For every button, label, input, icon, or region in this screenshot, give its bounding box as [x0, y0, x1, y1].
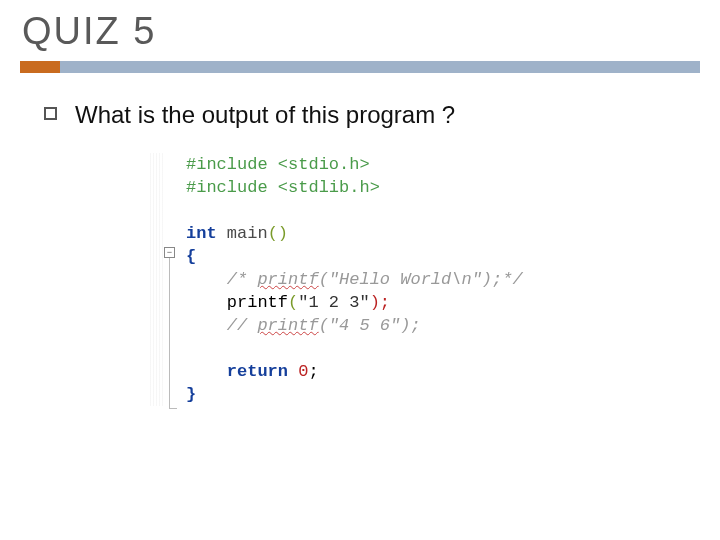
semicolon: ;	[308, 362, 318, 381]
preproc-include: #include	[186, 178, 268, 197]
comment2-printf: printf	[257, 316, 318, 335]
editor-gutter	[150, 153, 164, 406]
rule-main	[60, 61, 700, 73]
parens: ()	[268, 224, 288, 243]
brace-close: }	[186, 385, 196, 404]
fn-main: main	[217, 224, 268, 243]
header-stdio: <stdio.h>	[268, 155, 370, 174]
bullet-marker-icon	[44, 107, 57, 120]
comment2-open: //	[186, 316, 257, 335]
preproc-include: #include	[186, 155, 268, 174]
code-block: − #include <stdio.h> #include <stdlib.h>…	[150, 153, 700, 406]
fold-end	[169, 408, 177, 409]
brace-open: {	[186, 247, 196, 266]
fold-toggle-icon[interactable]: −	[164, 247, 175, 258]
stmt-close: );	[370, 293, 390, 312]
fold-line	[169, 258, 170, 408]
comment-rest: ("Hello World\n");*/	[319, 270, 523, 289]
fold-gutter: −	[164, 153, 180, 406]
bullet-text: What is the output of this program ?	[75, 101, 455, 129]
title-rule	[20, 61, 700, 73]
slide: QUIZ 5 What is the output of this progra…	[0, 0, 720, 540]
kw-return: return	[186, 362, 288, 381]
rule-accent	[20, 61, 60, 73]
literal-zero: 0	[298, 362, 308, 381]
string-123: "1 2 3"	[298, 293, 369, 312]
comment2-rest: ("4 5 6");	[319, 316, 421, 335]
code-text: #include <stdio.h> #include <stdlib.h> i…	[180, 153, 523, 406]
slide-title: QUIZ 5	[22, 10, 700, 53]
header-stdlib: <stdlib.h>	[268, 178, 380, 197]
comment-open: /*	[186, 270, 257, 289]
space	[288, 362, 298, 381]
bullet-item: What is the output of this program ?	[44, 101, 700, 129]
call-printf: printf	[186, 293, 288, 312]
paren-open: (	[288, 293, 298, 312]
comment-printf: printf	[257, 270, 318, 289]
kw-int: int	[186, 224, 217, 243]
